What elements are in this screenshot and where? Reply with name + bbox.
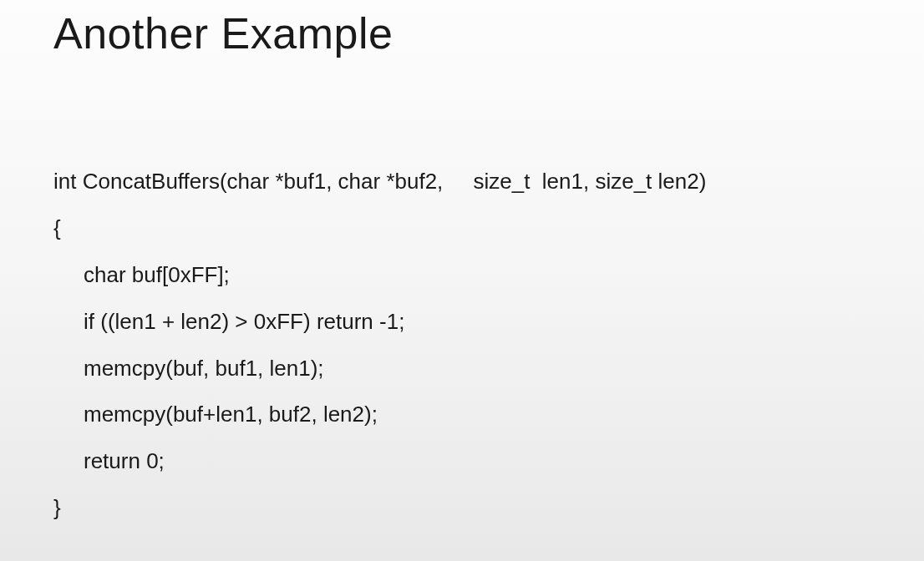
code-line-return: return 0;	[53, 438, 871, 485]
code-line-decl: char buf[0xFF];	[53, 252, 871, 299]
code-line-memcpy1: memcpy(buf, buf1, len1);	[53, 346, 871, 392]
slide-container: Another Example int ConcatBuffers(char *…	[0, 0, 924, 561]
code-line-open-brace: {	[53, 205, 871, 252]
code-block: int ConcatBuffers(char *buf1, char *buf2…	[53, 159, 871, 532]
slide-title: Another Example	[53, 0, 871, 58]
code-line-close-brace: }	[53, 485, 871, 532]
code-line-memcpy2: memcpy(buf+len1, buf2, len2);	[53, 392, 871, 438]
code-line-signature: int ConcatBuffers(char *buf1, char *buf2…	[53, 159, 871, 205]
code-line-check: if ((len1 + len2) > 0xFF) return -1;	[53, 299, 871, 346]
